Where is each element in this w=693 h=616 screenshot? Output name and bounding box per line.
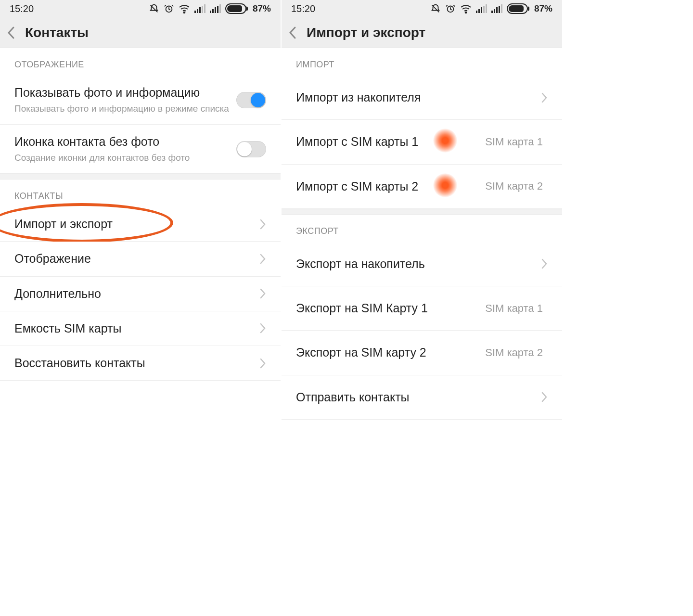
section-header-contacts: КОНТАКТЫ [0, 180, 281, 207]
signal-1-icon [194, 4, 205, 13]
row-export-sim2[interactable]: Экспорт на SIM карту 2 SIM карта 2 [282, 331, 562, 375]
chevron-right-icon [259, 358, 266, 369]
row-restore-contacts[interactable]: Восстановить контакты [0, 346, 281, 381]
row-title: Импорт из накопителя [296, 90, 541, 105]
row-title: Емкость SIM карты [14, 321, 259, 336]
highlight-dot-icon [433, 173, 457, 197]
row-title: Дополнительно [14, 286, 259, 301]
row-export-storage[interactable]: Экспорт на накопитель [282, 242, 562, 286]
row-export-sim1[interactable]: Экспорт на SIM Карту 1 SIM карта 1 [282, 286, 562, 331]
section-header-export: ЭКСПОРТ [282, 215, 562, 242]
row-value: SIM карта 2 [485, 180, 543, 192]
empty-area [0, 381, 281, 448]
section-divider [0, 174, 281, 180]
chevron-right-icon [541, 258, 548, 270]
chevron-right-icon [541, 391, 548, 403]
signal-2-icon [210, 4, 221, 13]
section-header-display: ОТОБРАЖЕНИЕ [0, 48, 281, 76]
row-title: Экспорт на SIM Карту 1 [296, 301, 485, 316]
status-icons: 87% [149, 3, 271, 14]
row-send-contacts[interactable]: Отправить контакты [282, 375, 562, 420]
back-button[interactable] [7, 25, 16, 40]
row-title: Иконка контакта без фото [14, 134, 236, 149]
page-title: Контакты [25, 25, 89, 40]
row-subtitle: Создание иконки для контактов без фото [14, 152, 236, 164]
row-value: SIM карта 1 [485, 136, 543, 148]
row-title: Импорт с SIM карты 2 [296, 179, 418, 194]
wifi-icon [460, 4, 472, 13]
highlight-dot-icon [433, 128, 457, 153]
status-bar: 15:20 87% [0, 0, 281, 17]
alarm-icon [164, 3, 174, 14]
row-display[interactable]: Отображение [0, 242, 281, 276]
signal-1-icon [476, 4, 487, 13]
page-title: Импорт и экспорт [307, 25, 425, 40]
back-button[interactable] [288, 25, 298, 40]
chevron-right-icon [259, 322, 266, 334]
status-time: 15:20 [10, 3, 34, 14]
row-sim-capacity[interactable]: Емкость SIM карты [0, 311, 281, 346]
row-subtitle: Показывать фото и информацию в режиме сп… [14, 103, 236, 115]
battery-icon [507, 3, 528, 14]
screen-header: Импорт и экспорт [282, 17, 562, 48]
row-show-photo[interactable]: Показывать фото и информацию Показывать … [0, 76, 281, 125]
row-title: Восстановить контакты [14, 356, 259, 371]
row-icon-no-photo[interactable]: Иконка контакта без фото Создание иконки… [0, 125, 281, 174]
row-import-sim2[interactable]: Импорт с SIM карты 2 SIM карта 2 [282, 165, 562, 209]
battery-text: 87% [253, 3, 271, 14]
wifi-icon [179, 4, 190, 13]
row-title: Экспорт на накопитель [296, 257, 541, 271]
empty-area [282, 420, 562, 487]
row-title: Импорт и экспорт [14, 217, 259, 231]
row-title: Отображение [14, 251, 259, 266]
chevron-right-icon [259, 218, 266, 230]
status-bar: 15:20 87% [282, 0, 562, 17]
status-time: 15:20 [291, 3, 315, 14]
svg-point-3 [465, 12, 467, 13]
row-title: Импорт с SIM карты 1 [296, 134, 418, 149]
row-value: SIM карта 1 [485, 302, 543, 315]
row-import-export[interactable]: Импорт и экспорт [0, 207, 281, 242]
chevron-right-icon [259, 288, 266, 299]
row-title: Экспорт на SIM карту 2 [296, 345, 485, 360]
row-import-storage[interactable]: Импорт из накопителя [282, 76, 562, 120]
battery-icon [225, 3, 246, 14]
phone-left: 15:20 87% Контакты ОТОБРАЖЕНИЕ [0, 0, 282, 616]
signal-2-icon [491, 4, 502, 13]
row-title: Отправить контакты [296, 390, 541, 405]
row-value: SIM карта 2 [485, 346, 543, 359]
toggle-show-photo[interactable] [236, 92, 266, 108]
do-not-disturb-icon [149, 3, 159, 14]
toggle-icon-no-photo[interactable] [236, 141, 266, 157]
row-title: Показывать фото и информацию [14, 85, 236, 100]
row-import-sim1[interactable]: Импорт с SIM карты 1 SIM карта 1 [282, 120, 562, 164]
section-divider [282, 209, 562, 215]
phone-right: 15:20 87% Импорт и экспорт ИМПОРТ Им [282, 0, 563, 616]
svg-point-1 [184, 12, 185, 13]
row-advanced[interactable]: Дополнительно [0, 277, 281, 311]
status-icons: 87% [430, 3, 552, 14]
alarm-icon [445, 3, 456, 14]
do-not-disturb-icon [430, 3, 441, 14]
chevron-right-icon [541, 92, 548, 103]
battery-text: 87% [534, 3, 552, 14]
screen-header: Контакты [0, 17, 281, 48]
chevron-right-icon [259, 253, 266, 265]
section-header-import: ИМПОРТ [282, 48, 562, 76]
